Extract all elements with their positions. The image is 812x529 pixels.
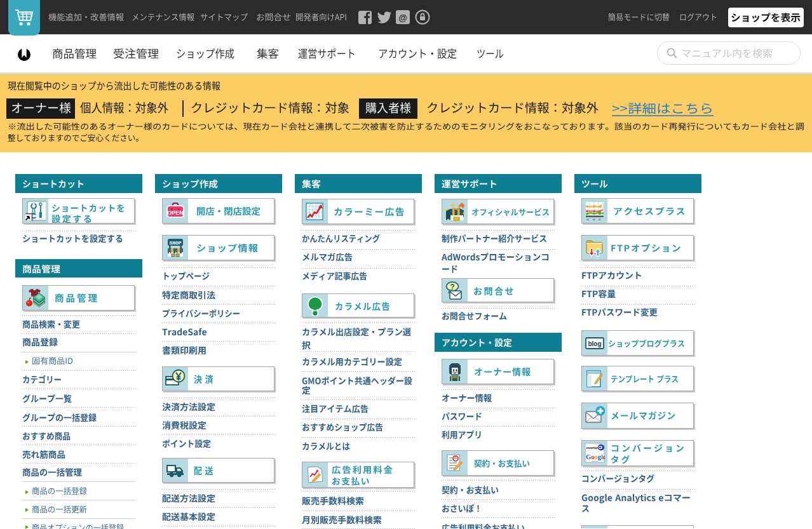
svg-text:blog: blog	[588, 340, 601, 347]
svg-text:AdWords: AdWords	[591, 460, 598, 462]
svg-text:?: ?	[450, 283, 454, 291]
svg-text:@: @	[398, 13, 407, 23]
svg-text:OPEN: OPEN	[167, 210, 184, 216]
svg-text:Google: Google	[586, 453, 605, 460]
svg-text:SHOP: SHOP	[169, 240, 181, 246]
